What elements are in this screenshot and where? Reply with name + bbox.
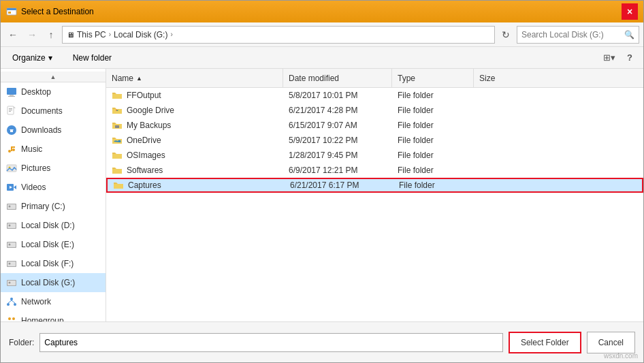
homegroup-icon <box>6 315 17 321</box>
table-row[interactable]: Google Drive 6/21/2017 4:28 PM File fold… <box>106 103 643 118</box>
videos-icon <box>6 182 17 193</box>
sidebar-item-videos[interactable]: Videos <box>1 178 106 197</box>
sidebar-item-label: Videos <box>21 183 46 192</box>
sidebar-item-local-f[interactable]: Local Disk (F:) <box>1 254 106 273</box>
documents-icon <box>6 106 17 116</box>
table-row[interactable]: Softwares 6/9/2017 12:21 PM File folder <box>106 163 643 178</box>
sidebar-item-pictures[interactable]: Pictures <box>1 159 106 178</box>
col-size-header[interactable]: Size <box>474 69 528 87</box>
sidebar-item-local-g[interactable]: Local Disk (G:) <box>1 273 106 292</box>
sidebar-item-label: Pictures <box>21 163 50 173</box>
help-icon: ? <box>627 52 632 63</box>
organize-chevron: ▾ <box>48 53 52 63</box>
forward-button[interactable]: → <box>24 27 40 43</box>
address-path-text: This PC <box>77 30 106 40</box>
sidebar-item-label: Primary (C:) <box>21 202 65 211</box>
bottom-buttons: Select Folder Cancel <box>509 332 635 353</box>
svg-line-42 <box>12 300 15 303</box>
file-name: Captures <box>128 180 161 190</box>
window-icon <box>6 6 17 17</box>
pictures-icon <box>6 163 17 174</box>
sidebar-item-homegroup[interactable]: Homegroup <box>1 311 106 321</box>
svg-rect-8 <box>9 110 12 110</box>
svg-rect-54 <box>112 169 122 174</box>
col-type-header[interactable]: Type <box>392 69 474 87</box>
sidebar: ▲ Desktop Documents Downloads <box>1 69 106 321</box>
col-date-label: Date modified <box>289 74 339 83</box>
svg-point-37 <box>9 282 11 284</box>
table-row[interactable]: OneDrive 5/9/2017 10:22 PM File folder <box>106 133 643 148</box>
refresh-button[interactable]: ↻ <box>498 27 514 43</box>
svg-rect-5 <box>8 96 15 97</box>
col-date-header[interactable]: Date modified <box>283 69 392 87</box>
svg-rect-4 <box>10 95 14 96</box>
table-row[interactable]: My Backups 6/15/2017 9:07 AM File folder <box>106 118 643 133</box>
svg-point-28 <box>9 225 11 227</box>
sidebar-item-music[interactable]: Music <box>1 140 106 159</box>
sidebar-item-label: Local Disk (D:) <box>21 221 75 230</box>
address-path-drive: Local Disk (G:) <box>114 30 167 40</box>
up-button[interactable]: ↑ <box>43 27 59 43</box>
svg-point-31 <box>9 244 11 246</box>
network-icon <box>6 296 17 307</box>
search-icon: 🔍 <box>624 30 634 40</box>
path-chevron2: › <box>170 31 172 38</box>
sidebar-item-desktop[interactable]: Desktop <box>1 82 106 101</box>
file-name: My Backups <box>127 121 171 130</box>
organize-button[interactable]: Organize ▾ <box>6 50 59 66</box>
sidebar-item-label: Local Disk (G:) <box>21 278 75 287</box>
sidebar-item-label: Music <box>21 144 42 154</box>
svg-point-34 <box>9 263 11 265</box>
help-button[interactable]: ? <box>622 50 638 66</box>
cancel-button[interactable]: Cancel <box>587 332 635 353</box>
path-chevron: › <box>109 31 111 38</box>
onedrive-folder-icon <box>112 135 123 146</box>
svg-point-43 <box>8 317 11 320</box>
svg-rect-1 <box>7 8 16 10</box>
folder-label: Folder: <box>9 338 34 347</box>
back-button[interactable]: ← <box>5 27 21 43</box>
sidebar-scroll-up[interactable]: ▲ <box>1 72 106 82</box>
folder-icon <box>112 90 123 101</box>
table-row-captures[interactable]: Captures 6/21/2017 6:17 PM File folder <box>106 178 643 193</box>
sidebar-item-network[interactable]: Network <box>1 292 106 311</box>
sidebar-item-label: Network <box>21 297 51 306</box>
svg-rect-17 <box>11 146 15 148</box>
watermark: wsxdn.com <box>604 352 638 360</box>
new-folder-button[interactable]: New folder <box>67 50 118 66</box>
sidebar-item-local-d[interactable]: Local Disk (D:) <box>1 216 106 235</box>
folder-input[interactable] <box>39 333 503 352</box>
svg-point-39 <box>7 303 10 306</box>
sidebar-item-documents[interactable]: Documents <box>1 101 106 121</box>
col-name-header[interactable]: Name ▲ <box>106 69 283 87</box>
search-input[interactable] <box>521 30 624 40</box>
file-date: 5/9/2017 10:22 PM <box>283 136 392 145</box>
svg-rect-53 <box>112 154 122 159</box>
window-title: Select a Destination <box>21 7 94 16</box>
view-button[interactable]: ⊞ ▾ <box>600 50 619 66</box>
file-name: OSImages <box>127 151 165 160</box>
sidebar-item-label: Desktop <box>21 87 51 97</box>
svg-rect-13 <box>10 131 13 132</box>
close-button[interactable]: × <box>622 3 638 20</box>
select-folder-button[interactable]: Select Folder <box>509 332 581 353</box>
file-type: File folder <box>392 151 474 160</box>
table-row[interactable]: OSImages 1/28/2017 9:45 PM File folder <box>106 148 643 163</box>
svg-line-41 <box>8 300 12 303</box>
svg-point-25 <box>9 206 11 208</box>
file-name: Softwares <box>127 165 163 175</box>
sidebar-item-local-e[interactable]: Local Disk (E:) <box>1 235 106 254</box>
svg-marker-21 <box>14 185 16 189</box>
drive-e-icon <box>6 239 17 250</box>
file-type: File folder <box>393 180 475 190</box>
search-box: 🔍 <box>517 26 639 44</box>
sidebar-item-downloads[interactable]: Downloads <box>1 121 106 140</box>
address-path[interactable]: 🖥 This PC › Local Disk (G:) › <box>62 26 495 44</box>
drive-c-icon <box>6 201 17 212</box>
file-name: FFOutput <box>127 91 161 100</box>
file-date: 6/21/2017 6:17 PM <box>285 180 393 190</box>
drive-g-icon <box>6 277 17 288</box>
sidebar-item-primary-c[interactable]: Primary (C:) <box>1 197 106 216</box>
file-date: 6/15/2017 9:07 AM <box>283 121 392 130</box>
table-row[interactable]: FFOutput 5/8/2017 10:01 PM File folder <box>106 88 643 103</box>
